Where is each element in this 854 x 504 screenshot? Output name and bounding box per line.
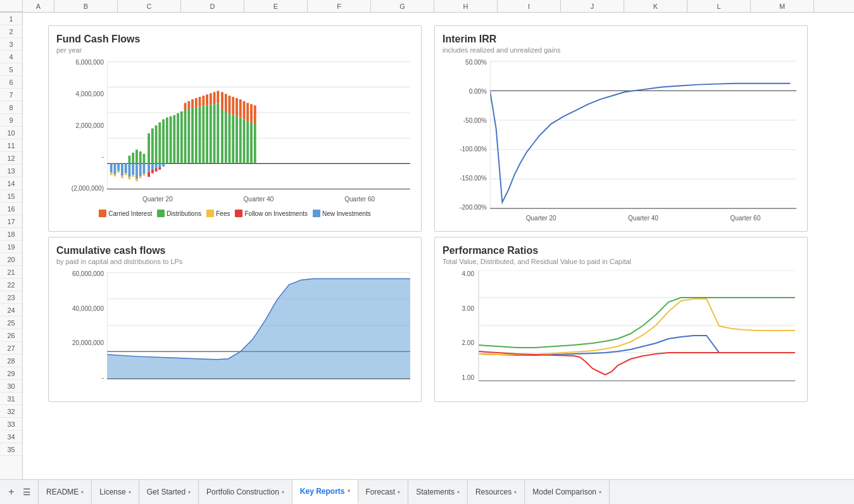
- row-num-1[interactable]: 1: [0, 13, 22, 25]
- tab-chevron-icon[interactable]: ▾: [282, 489, 284, 495]
- col-header-l[interactable]: L: [688, 0, 751, 12]
- tab-chevron-icon[interactable]: ▾: [457, 489, 460, 495]
- row-num-17[interactable]: 17: [0, 215, 22, 228]
- row-num-26[interactable]: 26: [0, 329, 22, 342]
- tab-resources[interactable]: Resources▾: [468, 480, 525, 504]
- svg-rect-58: [213, 104, 216, 163]
- row-num-14[interactable]: 14: [0, 177, 22, 190]
- svg-rect-35: [162, 163, 165, 167]
- svg-rect-72: [229, 113, 231, 164]
- row-num-25[interactable]: 25: [0, 317, 22, 329]
- row-num-6[interactable]: 6: [0, 76, 22, 89]
- row-num-32[interactable]: 32: [0, 405, 22, 418]
- tab-chevron-icon[interactable]: ▾: [348, 488, 350, 494]
- tab-get-started[interactable]: Get Started▾: [139, 480, 199, 504]
- tab-label: Forecast: [366, 488, 396, 496]
- row-num-19[interactable]: 19: [0, 241, 22, 253]
- svg-rect-54: [199, 106, 201, 163]
- row-num-9[interactable]: 9: [0, 114, 22, 127]
- row-num-30[interactable]: 30: [0, 380, 22, 393]
- svg-rect-68: [213, 92, 216, 104]
- tab-chevron-icon[interactable]: ▾: [81, 489, 84, 495]
- irr-y-neg150: -150.00%: [443, 175, 487, 182]
- row-num-28[interactable]: 28: [0, 355, 22, 367]
- tab-license[interactable]: License▾: [92, 480, 139, 504]
- tab-statements[interactable]: Statements▾: [408, 480, 468, 504]
- row-num-16[interactable]: 16: [0, 203, 22, 215]
- col-header-a[interactable]: A: [23, 0, 54, 12]
- sheets-menu-button[interactable]: ☰: [20, 486, 33, 498]
- spreadsheet: ABCDEFGHIJKLM 12345678910111213141516171…: [0, 0, 854, 479]
- cum-y-0: -: [56, 374, 104, 381]
- col-header-e[interactable]: E: [244, 0, 308, 12]
- svg-rect-11: [129, 163, 131, 177]
- tabs-list: README▾License▾Get Started▾Portfolio Con…: [39, 480, 854, 504]
- col-header-i[interactable]: I: [498, 0, 561, 12]
- grid-body: 1234567891011121314151617181920212223242…: [0, 13, 854, 479]
- col-header-k[interactable]: K: [624, 0, 688, 12]
- row-num-33[interactable]: 33: [0, 418, 22, 431]
- tab-key-reports[interactable]: Key Reports▾: [292, 480, 358, 504]
- row-num-35[interactable]: 35: [0, 443, 22, 456]
- col-header-d[interactable]: D: [181, 0, 244, 12]
- svg-rect-73: [232, 115, 234, 164]
- interim-irr-subtitle: includes realized and unrealized gains: [443, 46, 800, 54]
- legend-carried-interest: Carried Interest: [99, 210, 152, 217]
- tab-model-comparison[interactable]: Model Comparison▾: [525, 480, 610, 504]
- svg-rect-41: [151, 129, 154, 164]
- col-header-m[interactable]: M: [751, 0, 814, 12]
- col-header-c[interactable]: C: [118, 0, 181, 12]
- perf-y-1: 1.00: [443, 374, 474, 381]
- svg-rect-77: [246, 121, 249, 163]
- row-num-2[interactable]: 2: [0, 25, 22, 38]
- svg-rect-82: [229, 96, 231, 113]
- tab-chevron-icon[interactable]: ▾: [129, 489, 131, 495]
- row-num-31[interactable]: 31: [0, 393, 22, 405]
- svg-rect-80: [221, 92, 223, 110]
- col-header-b[interactable]: B: [54, 0, 118, 12]
- svg-rect-9: [121, 163, 123, 175]
- row-num-21[interactable]: 21: [0, 266, 22, 279]
- tab-readme[interactable]: README▾: [39, 480, 92, 504]
- row-num-24[interactable]: 24: [0, 304, 22, 317]
- row-num-15[interactable]: 15: [0, 190, 22, 203]
- row-num-8[interactable]: 8: [0, 101, 22, 114]
- carried-interest-label: Carried Interest: [108, 210, 152, 217]
- row-num-34[interactable]: 34: [0, 431, 22, 443]
- col-header-g[interactable]: G: [371, 0, 434, 12]
- row-num-18[interactable]: 18: [0, 228, 22, 241]
- svg-rect-83: [232, 97, 234, 115]
- row-num-5[interactable]: 5: [0, 63, 22, 76]
- svg-rect-23: [135, 179, 138, 181]
- performance-title: Performance Ratios: [443, 245, 800, 256]
- legend-new-investments: New Investments: [313, 210, 371, 217]
- row-num-3[interactable]: 3: [0, 38, 22, 51]
- col-header-j[interactable]: J: [561, 0, 624, 12]
- row-num-20[interactable]: 20: [0, 253, 22, 266]
- row-num-12[interactable]: 12: [0, 152, 22, 165]
- distributions-label: Distributions: [166, 210, 201, 217]
- x-label-q40: Quarter 40: [244, 196, 274, 203]
- svg-rect-16: [110, 173, 113, 175]
- tab-forecast[interactable]: Forecast▾: [358, 480, 409, 504]
- row-num-23[interactable]: 23: [0, 291, 22, 304]
- row-num-7[interactable]: 7: [0, 89, 22, 101]
- svg-rect-52: [191, 108, 194, 163]
- fund-cash-flows-legend: Carried Interest Distributions Fees: [56, 210, 413, 217]
- tab-portfolio-construction[interactable]: Portfolio Construction▾: [199, 480, 292, 504]
- col-header-h[interactable]: H: [434, 0, 498, 12]
- col-header-f[interactable]: F: [308, 0, 371, 12]
- performance-subtitle: Total Value, Distributed, and Residual V…: [443, 258, 800, 265]
- tab-chevron-icon[interactable]: ▾: [514, 489, 517, 495]
- row-num-10[interactable]: 10: [0, 127, 22, 139]
- tab-chevron-icon[interactable]: ▾: [599, 489, 601, 495]
- tab-chevron-icon[interactable]: ▾: [188, 489, 191, 495]
- add-sheet-button[interactable]: +: [5, 486, 18, 498]
- row-num-4[interactable]: 4: [0, 51, 22, 63]
- tab-chevron-icon[interactable]: ▾: [398, 489, 400, 495]
- row-num-27[interactable]: 27: [0, 342, 22, 355]
- row-num-29[interactable]: 29: [0, 367, 22, 380]
- row-num-22[interactable]: 22: [0, 279, 22, 291]
- row-num-13[interactable]: 13: [0, 165, 22, 177]
- row-num-11[interactable]: 11: [0, 139, 22, 152]
